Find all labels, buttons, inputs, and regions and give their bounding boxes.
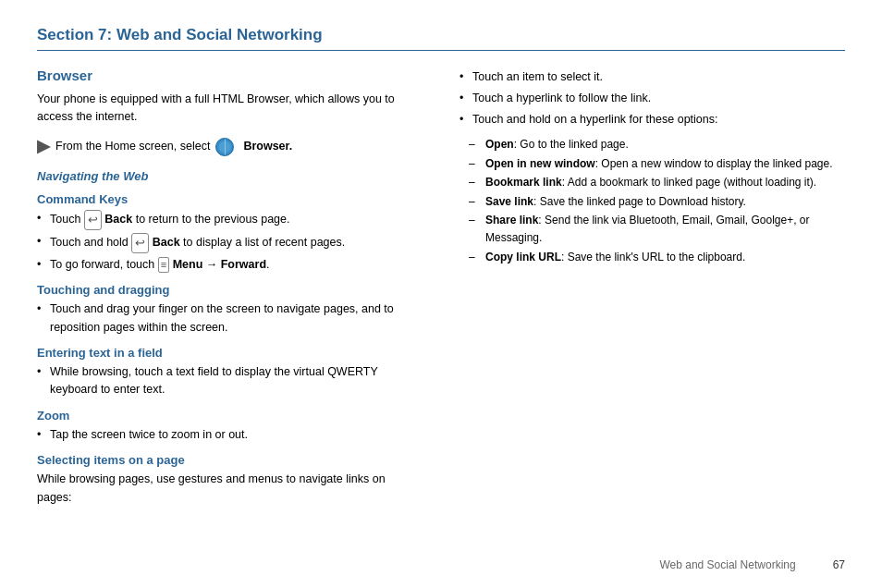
globe-icon <box>215 138 234 156</box>
entering-text-heading: Entering text in a field <box>37 346 413 360</box>
selecting-heading: Selecting items on a page <box>37 453 413 467</box>
selecting-intro: While browsing pages, use gestures and m… <box>37 471 413 507</box>
browser-heading: Browser <box>37 67 413 83</box>
footer-page: 67 <box>833 558 845 571</box>
command-keys-list: Touch ↩ Back to return to the previous p… <box>37 210 413 275</box>
page-footer: Web and Social Networking 67 <box>659 558 845 571</box>
browser-label: Browser. <box>243 138 292 155</box>
page-title: Section 7: Web and Social Networking <box>37 26 845 51</box>
zoom-heading: Zoom <box>37 409 413 423</box>
back-icon-2: ↩ <box>131 233 149 253</box>
arrow-icon: ▶ <box>37 134 50 160</box>
browser-instruction: ▶ From the Home screen, select Browser. <box>37 134 413 160</box>
list-item: While browsing, touch a text field to di… <box>37 363 413 399</box>
list-item: Touch and hold on a hyperlink for these … <box>459 110 845 129</box>
zoom-list: Tap the screen twice to zoom in or out. <box>37 426 413 444</box>
menu-icon: ≡ <box>158 257 169 272</box>
list-item: Touch ↩ Back to return to the previous p… <box>37 210 413 230</box>
right-bullets: Touch an item to select it. Touch a hype… <box>459 67 845 129</box>
footer-text: Web and Social Networking <box>659 558 795 571</box>
list-item: Copy link URL: Save the link's URL to th… <box>469 249 845 266</box>
touching-list: Touch and drag your finger on the screen… <box>37 300 413 337</box>
browser-section: Browser Your phone is equipped with a fu… <box>37 67 413 160</box>
command-keys-heading: Command Keys <box>37 192 413 206</box>
command-keys-section: Command Keys Touch ↩ Back to return to t… <box>37 192 413 275</box>
list-item: Open in new window: Open a new window to… <box>469 155 845 173</box>
touching-section: Touching and dragging Touch and drag you… <box>37 283 413 337</box>
list-item: Save link: Save the linked page to Downl… <box>469 193 845 211</box>
touching-heading: Touching and dragging <box>37 283 413 297</box>
navigating-section: Navigating the Web Command Keys Touch ↩ … <box>37 169 413 507</box>
list-item: Tap the screen twice to zoom in or out. <box>37 426 413 444</box>
list-item: Touch a hyperlink to follow the link. <box>459 89 845 107</box>
list-item: Share link: Send the link via Bluetooth,… <box>469 212 845 246</box>
list-item: To go forward, touch ≡ Menu → Forward. <box>37 256 413 274</box>
entering-text-section: Entering text in a field While browsing,… <box>37 346 413 399</box>
navigating-heading: Navigating the Web <box>37 169 413 183</box>
list-item: Touch and drag your finger on the screen… <box>37 300 413 337</box>
dash-items-list: Open: Go to the linked page. Open in new… <box>469 136 845 265</box>
entering-text-list: While browsing, touch a text field to di… <box>37 363 413 399</box>
list-item: Open: Go to the linked page. <box>469 136 845 153</box>
list-item: Touch and hold ↩ Back to display a list … <box>37 233 413 253</box>
selecting-section: Selecting items on a page While browsing… <box>37 453 413 507</box>
browser-intro: Your phone is equipped with a full HTML … <box>37 91 413 127</box>
list-item: Touch an item to select it. <box>459 67 845 86</box>
zoom-section: Zoom Tap the screen twice to zoom in or … <box>37 409 413 444</box>
back-icon-1: ↩ <box>84 210 102 230</box>
browser-from-text: From the Home screen, select <box>55 138 210 155</box>
list-item: Bookmark link: Add a bookmark to linked … <box>469 174 845 191</box>
